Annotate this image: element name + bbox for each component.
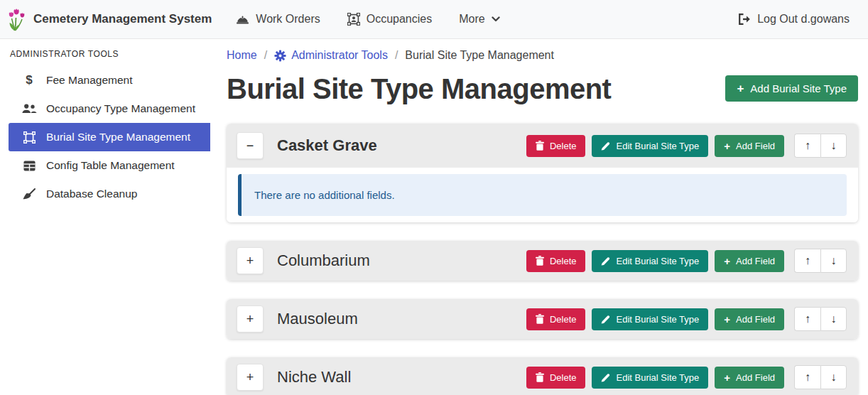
add-field-button[interactable]: + Add Field [715,250,784,272]
move-up-button[interactable]: ↑ [794,307,820,331]
edit-burial-site-type-button[interactable]: Edit Burial Site Type [592,367,708,389]
breadcrumb-label: Administrator Tools [291,49,388,62]
card-actions: Delete Edit Burial Site Type + Add Field… [526,307,847,331]
logout-button[interactable]: Log Out d.gowans [738,13,850,26]
gear-icon [274,50,286,62]
plus-icon: + [737,82,744,94]
card-title: Niche Wall [277,368,351,386]
sidebar-item-label: Occupancy Type Management [46,102,195,115]
hard-hat-icon [236,14,249,25]
pencil-icon [601,141,610,151]
vector-square-icon [21,131,38,144]
pencil-icon [601,373,610,382]
trash-icon [536,256,544,266]
pencil-icon [601,315,610,324]
plus-icon: + [724,141,730,151]
main-content: Home / [210,39,868,395]
plus-icon: + [724,256,730,266]
sidebar-item-fee-management[interactable]: $ Fee Management [9,66,210,94]
frame-person-icon [347,13,360,26]
collapse-toggle-button[interactable]: + [237,247,264,274]
edit-burial-site-type-button[interactable]: Edit Burial Site Type [592,250,708,272]
burial-site-type-card-columbarium: + Columbarium Delete Edit Burial Site Ty… [227,241,858,281]
card-header: − Casket Grave Delete Edit Burial Site T… [227,124,858,168]
sidebar-item-burial-site-type-management[interactable]: Burial Site Type Management [9,123,210,151]
reorder-buttons: ↑ ↓ [794,365,847,389]
plus-icon: + [724,372,730,383]
burial-site-type-card-casket-grave: − Casket Grave Delete Edit Burial Site T… [227,124,858,222]
chevron-down-icon [492,16,500,22]
dollar-icon: $ [21,73,38,87]
add-field-button[interactable]: + Add Field [715,135,784,157]
reorder-buttons: ↑ ↓ [794,249,847,273]
move-up-button[interactable]: ↑ [794,249,820,273]
card-header: + Columbarium Delete Edit Burial Site Ty… [227,241,858,281]
sidebar-item-label: Database Cleanup [46,188,137,200]
sidebar-item-config-table-management[interactable]: Config Table Management [9,151,210,180]
button-label: Delete [550,372,577,383]
burial-site-type-card-niche-wall: + Niche Wall Delete Edit Burial Site Typ… [227,357,858,395]
move-down-button[interactable]: ↓ [820,249,847,273]
delete-button[interactable]: Delete [526,308,586,330]
button-label: Edit Burial Site Type [616,256,699,266]
delete-button[interactable]: Delete [526,135,586,157]
no-fields-alert: There are no additional fields. [238,174,847,216]
button-label: Add Field [736,372,775,383]
button-label: Edit Burial Site Type [616,141,699,151]
main-nav: Work Orders Occupancies More [236,13,499,26]
breadcrumb-separator: / [264,49,267,62]
add-burial-site-type-button[interactable]: + Add Burial Site Type [725,75,858,102]
trash-icon [536,141,544,151]
app-title: Cemetery Management System [33,12,212,26]
move-up-button[interactable]: ↑ [794,365,820,389]
add-field-button[interactable]: + Add Field [715,308,784,330]
button-label: Delete [550,256,577,266]
collapse-toggle-button[interactable]: + [237,305,264,332]
page-title: Burial Site Type Management [227,73,611,105]
button-label: Delete [550,141,577,151]
add-field-button[interactable]: + Add Field [715,367,784,389]
nav-occupancies[interactable]: Occupancies [347,13,433,26]
edit-burial-site-type-button[interactable]: Edit Burial Site Type [592,308,708,330]
button-label: Delete [550,314,577,325]
breadcrumb-admin-tools-link[interactable]: Administrator Tools [274,49,388,62]
burial-site-type-list: − Casket Grave Delete Edit Burial Site T… [227,124,858,395]
sidebar-heading: ADMINISTRATOR TOOLS [0,46,210,66]
app-brand[interactable]: Cemetery Management System [9,8,212,31]
sidebar-item-database-cleanup[interactable]: Database Cleanup [9,180,210,208]
button-label: Edit Burial Site Type [616,372,699,383]
move-down-button[interactable]: ↓ [820,307,847,331]
move-down-button[interactable]: ↓ [820,365,847,389]
reorder-buttons: ↑ ↓ [794,134,847,158]
delete-button[interactable]: Delete [526,367,586,389]
button-label: Add Field [736,256,775,266]
sign-out-icon [738,13,751,25]
card-header: + Niche Wall Delete Edit Burial Site Typ… [227,357,858,395]
broom-icon [21,188,38,200]
breadcrumb-current: Burial Site Type Management [405,49,554,62]
breadcrumb-home-link[interactable]: Home [227,49,257,62]
nav-more[interactable]: More [459,13,499,26]
card-actions: Delete Edit Burial Site Type + Add Field… [526,249,847,273]
pencil-icon [601,256,610,266]
sidebar-item-label: Fee Management [46,74,133,87]
card-header: + Mausoleum Delete Edit Burial Site Type… [227,299,858,339]
burial-site-type-card-mausoleum: + Mausoleum Delete Edit Burial Site Type… [227,299,858,339]
button-label: Add Field [736,141,775,151]
tulip-logo-icon [9,8,28,31]
delete-button[interactable]: Delete [526,250,586,272]
collapse-toggle-button[interactable]: − [237,132,264,159]
move-up-button[interactable]: ↑ [794,134,820,158]
edit-burial-site-type-button[interactable]: Edit Burial Site Type [592,135,708,157]
sidebar-item-label: Config Table Management [46,159,175,172]
nav-work-orders[interactable]: Work Orders [236,13,320,26]
move-down-button[interactable]: ↓ [820,134,847,158]
card-title: Casket Grave [277,136,377,155]
reorder-buttons: ↑ ↓ [794,307,847,331]
collapse-toggle-button[interactable]: + [237,364,264,391]
card-body: There are no additional fields. [227,168,858,222]
sidebar-item-occupancy-type-management[interactable]: Occupancy Type Management [9,94,210,123]
nav-label: More [459,13,484,26]
card-title: Mausoleum [277,310,358,328]
admin-sidebar: ADMINISTRATOR TOOLS $ Fee Management Occ… [0,39,210,395]
